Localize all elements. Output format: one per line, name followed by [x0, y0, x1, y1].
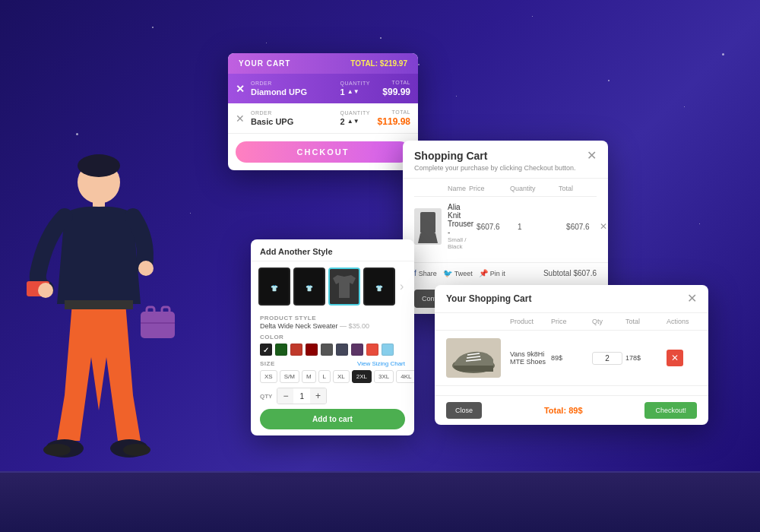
svg-point-8 [43, 444, 71, 456]
product-img-2[interactable]: 👕 [293, 268, 325, 306]
size-sm[interactable]: S/M [280, 370, 299, 383]
cart1-item1-qty-label: QUANTITY [340, 81, 370, 86]
color-swatch-red[interactable] [290, 344, 302, 356]
qty-minus-button[interactable]: − [277, 388, 293, 404]
color-swatch-brightred[interactable] [366, 344, 378, 356]
cart1-item1-info: ORDER Diamond UPG [251, 81, 334, 97]
cart1-item2-name: Basic UPG [251, 117, 334, 126]
cart2-remove-button[interactable]: ✕ [600, 221, 608, 232]
size-4kl[interactable]: 4KL [396, 370, 414, 383]
cart2-quantity: 1 [518, 223, 563, 231]
cart1-item2-qty-arrows[interactable]: ▲▼ [347, 119, 359, 125]
color-swatch-darkgray[interactable] [336, 344, 348, 356]
cart1-checkout-button[interactable]: CHCKOUT [236, 141, 410, 163]
color-swatch-green[interactable] [275, 344, 287, 356]
cart2-product-name: Alia Knit Trouser - Small / Black [448, 203, 473, 250]
cart2-social-share: f Share 🐦 Tweet 📌 Pin it [414, 269, 505, 277]
share-button[interactable]: f Share [414, 269, 437, 277]
size-m[interactable]: M [302, 370, 316, 383]
card4-table-header: Product Price Qty Total Actions [435, 313, 708, 331]
card4-qty: 2 [592, 352, 622, 365]
size-l[interactable]: L [318, 370, 331, 383]
qty-number: 1 [293, 390, 310, 403]
remove-item1-button[interactable]: ✕ [236, 83, 245, 95]
card4-close-x-button[interactable]: ✕ [687, 293, 697, 305]
svg-rect-13 [162, 307, 169, 315]
svg-point-10 [123, 444, 150, 456]
cart2-total: $607.6 [566, 223, 597, 231]
cart1-item2-qty-label: QUANTITY [340, 110, 370, 116]
cart1-item1-order-label: ORDER [251, 81, 334, 86]
cart1-item1-name: Diamond UPG [251, 87, 334, 97]
cart1-item2-order-label: ORDER [251, 110, 334, 116]
cart1-item1-row: ✕ ORDER Diamond UPG QUANTITY 1 ▲▼ TOTAL … [228, 74, 418, 103]
card3-size-label: SIZE [260, 360, 275, 367]
cart1-item1-total: TOTAL $99.99 [376, 80, 410, 97]
card4-footer: Close Total: 89$ Checkout! [435, 395, 708, 425]
color-swatch-lightblue[interactable] [382, 344, 394, 356]
person-illustration [23, 122, 175, 486]
svg-point-1 [78, 154, 120, 177]
size-3xl[interactable]: 3XL [374, 370, 394, 383]
product-img-3-selected[interactable] [328, 268, 360, 306]
card4-checkout-button[interactable]: Checkout! [644, 402, 697, 419]
cart1-item1-total-value: $99.99 [376, 87, 410, 97]
product-img-1[interactable]: 👕 [258, 268, 290, 306]
card3-body: PRODUCT STYLE Delta Wide Neck Sweater — … [251, 312, 414, 435]
col-quantity: Quantity [510, 185, 556, 192]
view-sizing-chart-link[interactable]: View Sizing Chart [357, 360, 405, 367]
card3-qty-control[interactable]: − 1 + [277, 388, 327, 404]
cart1-item2-qty: QUANTITY 2 ▲▼ [340, 110, 370, 126]
card3-size-buttons: XS S/M M L XL 2XL 3XL 4KL [260, 370, 405, 383]
card4-qty-stepper[interactable]: 2 [592, 352, 622, 365]
color-swatch-purple[interactable] [351, 344, 363, 356]
size-xl[interactable]: XL [333, 370, 350, 383]
card3-color-label: COLOR [260, 334, 405, 340]
color-swatch-black[interactable]: ✓ [260, 344, 272, 356]
cart2-table-row: Alia Knit Trouser - Small / Black $607.6… [414, 197, 597, 256]
add-to-cart-button[interactable]: Add to cart [260, 409, 405, 429]
svg-rect-11 [141, 312, 175, 338]
shoe-product-image [446, 338, 501, 378]
cart1-item1-total-label: TOTAL [376, 80, 410, 85]
cart2-title: Shopping Cart [414, 150, 576, 162]
cart2-header: Shopping Cart Complete your purchase by … [403, 141, 608, 179]
cart2-close-button[interactable]: ✕ [587, 150, 597, 162]
col4-total: Total [625, 318, 663, 325]
cart1-title: YOUR CART [239, 59, 290, 68]
col-name: Name [448, 185, 466, 192]
add-style-card: Add Another Style 👕 👕 👕 [251, 239, 414, 435]
qty-plus-button[interactable]: + [310, 388, 326, 404]
pin-button[interactable]: 📌 Pin it [479, 269, 505, 277]
svg-text:👕: 👕 [271, 284, 278, 292]
card4-close-button[interactable]: Close [446, 402, 482, 419]
color-swatch-darkred[interactable] [306, 344, 318, 356]
cart2-price: $607.6 [477, 223, 515, 231]
card4-divider [435, 385, 708, 395]
card4-product-name: Vans 9k8Hi MTE Shoes [510, 350, 548, 366]
next-product-arrow[interactable]: › [398, 280, 405, 293]
svg-point-4 [38, 283, 53, 298]
cart1-item2-row: ✕ ORDER Basic UPG QUANTITY 2 ▲▼ TOTAL $1… [228, 103, 418, 134]
size-xs[interactable]: XS [260, 370, 277, 383]
cart1-item2-info: ORDER Basic UPG [251, 110, 334, 126]
cart1-item1-qty-arrows[interactable]: ▲▼ [347, 89, 359, 95]
color-swatch-gray[interactable] [321, 344, 333, 356]
product-img-4[interactable]: 👕 [363, 268, 395, 306]
card4-header: Your Shopping Cart ✕ [435, 285, 708, 313]
cart2-subtotal: Subtotal $607.6 [543, 269, 597, 277]
cart2-header-text: Shopping Cart Complete your purchase by … [414, 150, 576, 172]
tweet-button[interactable]: 🐦 Tweet [443, 269, 473, 277]
card3-product-images: 👕 👕 👕 › [251, 261, 414, 312]
cart1-item2-total: TOTAL $119.98 [376, 109, 410, 127]
remove-item2-button[interactable]: ✕ [236, 112, 245, 125]
col4-qty: Qty [592, 318, 622, 325]
size-2xl[interactable]: 2XL [352, 370, 372, 383]
card3-style-label: PRODUCT STYLE [260, 315, 405, 321]
col-price: Price [469, 185, 507, 192]
card3-size-row: SIZE View Sizing Chart [260, 360, 405, 367]
card3-color-swatches: ✓ [260, 344, 405, 356]
cart1-item2-qty-value: 2 ▲▼ [340, 117, 370, 126]
card4-delete-button[interactable]: ✕ [667, 350, 683, 366]
col-total: Total [559, 185, 589, 192]
